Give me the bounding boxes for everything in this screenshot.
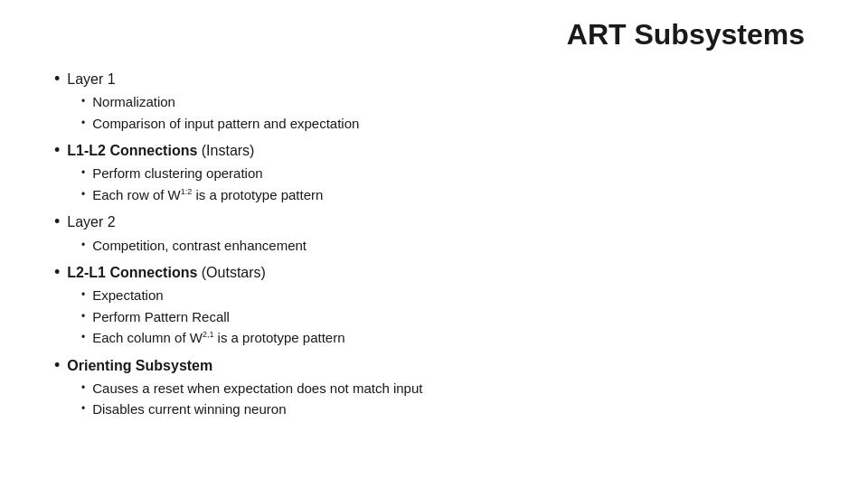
l2l1-heading: •L2-L1 Connections (Outstars) (54, 261, 814, 284)
page: ART Subsystems •Layer 1 • Normalization … (0, 0, 868, 488)
item-text: Normalization (92, 92, 175, 113)
item-text: Disables current winning neuron (92, 399, 286, 420)
list-item: • Normalization (81, 92, 814, 113)
bullet-l1: • (54, 354, 60, 377)
layer1-label-text: Layer 1 (67, 71, 115, 87)
layer2-heading: •Layer 2 (54, 211, 814, 233)
bullet-l2: • (81, 92, 85, 110)
bullet-l1: • (54, 139, 60, 162)
item-text: Causes a reset when expectation does not… (92, 379, 422, 399)
item-text: Competition, contrast enhancement (92, 236, 307, 257)
content-area: •Layer 1 • Normalization • Comparison of… (54, 68, 814, 420)
item-text: Perform clustering operation (92, 164, 262, 184)
bullet-l2: • (81, 236, 85, 254)
bullet-l2: • (81, 164, 85, 182)
item-text: Perform Pattern Recall (92, 307, 230, 328)
section-orienting: •Orienting Subsystem • Causes a reset wh… (54, 354, 814, 420)
list-item: • Perform Pattern Recall (81, 307, 814, 328)
bullet-l2: • (81, 328, 85, 346)
list-item: • Comparison of input pattern and expect… (81, 114, 814, 135)
item-text: Each row of W1:2 is a prototype pattern (92, 185, 323, 206)
layer2-items: • Competition, contrast enhancement (54, 236, 814, 257)
item-text: Each column of W2,1 is a prototype patte… (92, 328, 344, 349)
bullet-l2: • (81, 185, 85, 203)
list-item: • Expectation (81, 286, 814, 306)
item-text: Expectation (92, 286, 163, 306)
list-item: • Causes a reset when expectation does n… (81, 379, 814, 399)
l1l2-label-suffix: (Instars) (197, 143, 254, 158)
section-l2l1: •L2-L1 Connections (Outstars) • Expectat… (54, 261, 814, 349)
page-title: ART Subsystems (54, 18, 814, 52)
l1l2-label-bold: L1-L2 Connections (67, 143, 197, 158)
orienting-items: • Causes a reset when expectation does n… (54, 379, 814, 420)
section-layer1: •Layer 1 • Normalization • Comparison of… (54, 68, 814, 134)
layer2-label-text: Layer 2 (67, 214, 115, 230)
l1l2-heading: •L1-L2 Connections (Instars) (54, 139, 814, 162)
orienting-heading: •Orienting Subsystem (54, 354, 814, 377)
list-item: • Perform clustering operation (81, 164, 814, 184)
list-item: • Competition, contrast enhancement (81, 236, 814, 257)
list-item: • Disables current winning neuron (81, 399, 814, 420)
l2l1-label-suffix: (Outstars) (197, 265, 266, 280)
bullet-l2: • (81, 114, 85, 132)
layer1-heading: •Layer 1 (54, 68, 814, 90)
item-text: Comparison of input pattern and expectat… (92, 114, 359, 135)
bullet-l2: • (81, 399, 85, 418)
list-item: • Each column of W2,1 is a prototype pat… (81, 328, 814, 349)
bullet-l1: • (54, 68, 60, 90)
l2l1-items: • Expectation • Perform Pattern Recall •… (54, 286, 814, 349)
bullet-l2: • (81, 286, 85, 304)
section-layer2: •Layer 2 • Competition, contrast enhance… (54, 211, 814, 256)
l1l2-items: • Perform clustering operation • Each ro… (54, 164, 814, 205)
l2l1-label-bold: L2-L1 Connections (67, 265, 197, 280)
bullet-l1: • (54, 261, 60, 284)
list-item: • Each row of W1:2 is a prototype patter… (81, 185, 814, 206)
bullet-l1: • (54, 211, 60, 233)
section-l1l2: •L1-L2 Connections (Instars) • Perform c… (54, 139, 814, 205)
bullet-l2: • (81, 379, 85, 397)
layer1-items: • Normalization • Comparison of input pa… (54, 92, 814, 134)
bullet-l2: • (81, 307, 85, 325)
orienting-label-bold: Orienting Subsystem (67, 358, 212, 373)
